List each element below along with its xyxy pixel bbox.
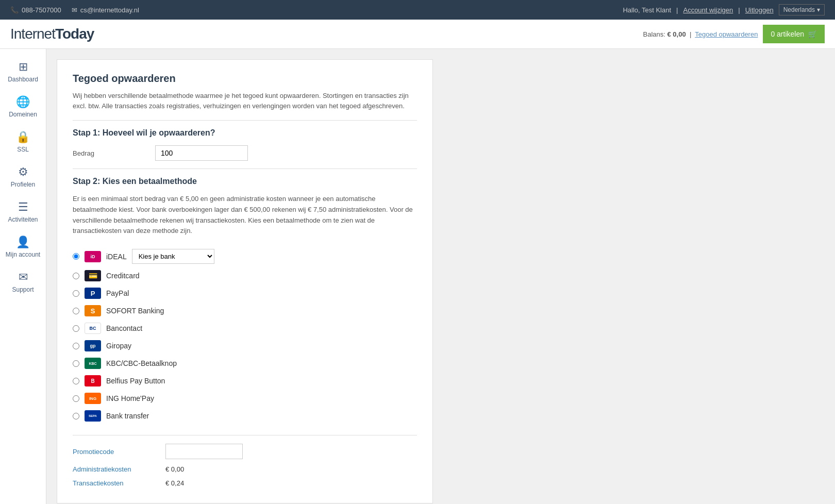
radio-sepa[interactable] — [73, 413, 79, 419]
sidebar-item-activiteiten[interactable]: ☰ Activiteiten — [0, 194, 46, 229]
phone-info: 📞 088-7507000 — [10, 6, 61, 14]
radio-ing[interactable] — [73, 395, 79, 402]
sidebar-item-dashboard[interactable]: ⊞ Dashboard — [0, 54, 46, 89]
admin-costs-row: Administratiekosten € 0,00 — [73, 462, 417, 476]
balance-label: Balans: — [643, 30, 665, 38]
admin-costs-value: € 0,00 — [165, 465, 184, 473]
balance-info: Balans: € 0,00 | Tegoed opwaarderen — [643, 30, 758, 38]
header-right: Balans: € 0,00 | Tegoed opwaarderen 0 ar… — [643, 25, 825, 43]
layout: ⊞ Dashboard 🌐 Domeinen 🔒 SSL ⚙ Profielen… — [0, 49, 835, 504]
paypal-label: PayPal — [106, 289, 129, 297]
amount-label: Bedrag — [73, 149, 155, 157]
main-content: Tegoed opwaarderen Wij hebben verschille… — [46, 49, 835, 504]
transaction-costs-value: € 0,24 — [165, 479, 184, 487]
kbc-icon: KBC — [85, 358, 101, 369]
payment-method-belfius: B Belfius Pay Button — [73, 372, 417, 390]
profielen-icon: ⚙ — [18, 165, 28, 179]
radio-creditcard[interactable] — [73, 273, 79, 279]
payment-method-paypal: P PayPal — [73, 284, 417, 302]
content-box: Tegoed opwaarderen Wij hebben verschille… — [57, 59, 433, 503]
payment-method-giropay: gp Giropay — [73, 337, 417, 355]
topup-link[interactable]: Tegoed opwaarderen — [695, 30, 758, 38]
ideal-label: iDEAL — [106, 253, 127, 261]
phone-icon: 📞 — [10, 6, 19, 14]
giropay-label: Giropay — [106, 342, 131, 350]
cart-icon: 🛒 — [808, 30, 817, 38]
transaction-costs-row: Transactiekosten € 0,24 — [73, 476, 417, 490]
mijn-account-icon: 👤 — [16, 236, 30, 249]
intro-text: Wij hebben verschillende betaalmethode w… — [73, 91, 417, 111]
payment-methods-list: iD iDEAL Kies je bank ABN AMRO ING Rabob… — [73, 246, 417, 425]
transaction-costs-label: Transactiekosten — [73, 479, 165, 487]
cart-button[interactable]: 0 artikelen 🛒 — [763, 25, 825, 43]
amount-row: Bedrag — [73, 145, 417, 161]
bank-select[interactable]: Kies je bank ABN AMRO ING Rabobank — [132, 249, 214, 264]
language-button[interactable]: Nederlands ▾ — [779, 4, 825, 15]
separator: | — [676, 6, 678, 14]
radio-paypal[interactable] — [73, 290, 79, 297]
amount-input[interactable] — [155, 145, 248, 161]
divider2 — [73, 169, 417, 169]
logo: InternetToday — [10, 26, 94, 42]
sidebar-label-domeinen: Domeinen — [9, 111, 37, 118]
sofort-label: SOFORT Banking — [106, 307, 164, 315]
sidebar-item-domeinen[interactable]: 🌐 Domeinen — [0, 89, 46, 124]
ssl-icon: 🔒 — [16, 130, 30, 144]
divider1 — [73, 120, 417, 121]
radio-sofort[interactable] — [73, 308, 79, 314]
radio-kbc[interactable] — [73, 360, 79, 367]
sidebar-item-profielen[interactable]: ⚙ Profielen — [0, 159, 46, 194]
radio-giropay[interactable] — [73, 343, 79, 349]
email-info: ✉ cs@internettoday.nl — [72, 6, 139, 14]
payment-method-creditcard: 💳 Creditcard — [73, 267, 417, 284]
language-label: Nederlands — [783, 6, 815, 13]
creditcard-icon: 💳 — [85, 270, 101, 281]
activiteiten-icon: ☰ — [18, 200, 28, 214]
radio-ideal[interactable] — [73, 253, 79, 260]
cart-label: 0 artikelen — [771, 30, 804, 38]
email-address: cs@internettoday.nl — [80, 6, 139, 14]
header: InternetToday Balans: € 0,00 | Tegoed op… — [0, 20, 835, 49]
account-wijzigen-link[interactable]: Account wijzigen — [683, 6, 733, 14]
payment-method-bancontact: BC Bancontact — [73, 320, 417, 337]
sidebar-item-mijn-account[interactable]: 👤 Mijn account — [0, 229, 46, 264]
payment-method-ideal: iD iDEAL Kies je bank ABN AMRO ING Rabob… — [73, 246, 417, 267]
payment-method-sepa: SEPA Bank transfer — [73, 407, 417, 425]
creditcard-label: Creditcard — [106, 272, 140, 280]
promo-input[interactable] — [165, 444, 243, 459]
bancontact-label: Bancontact — [106, 324, 142, 332]
giropay-icon: gp — [85, 340, 101, 351]
sidebar-label-mijn-account: Mijn account — [6, 251, 40, 258]
paypal-icon: P — [85, 288, 101, 299]
radio-bancontact[interactable] — [73, 325, 79, 332]
uitloggen-link[interactable]: Uitloggen — [745, 6, 774, 14]
greeting-text: Hallo, Test Klant — [623, 6, 671, 14]
step2-title: Stap 2: Kies een betaalmethode — [73, 177, 417, 186]
chevron-down-icon: ▾ — [817, 6, 820, 13]
sepa-icon: SEPA — [85, 410, 101, 422]
sidebar-item-support[interactable]: ✉ Support — [0, 264, 46, 299]
support-icon: ✉ — [19, 271, 28, 284]
admin-costs-label: Administratiekosten — [73, 465, 165, 473]
payment-info-text: Er is een minimaal stort bedrag van € 5,… — [73, 194, 417, 237]
belfius-icon: B — [85, 375, 101, 387]
bancontact-icon: BC — [85, 323, 101, 334]
domeinen-icon: 🌐 — [16, 95, 30, 109]
sidebar: ⊞ Dashboard 🌐 Domeinen 🔒 SSL ⚙ Profielen… — [0, 49, 46, 504]
sepa-label: Bank transfer — [106, 412, 149, 420]
radio-belfius[interactable] — [73, 378, 79, 384]
ing-icon: ING — [85, 393, 101, 404]
step1-title: Stap 1: Hoeveel wil je opwaarderen? — [73, 128, 417, 138]
phone-number: 088-7507000 — [22, 6, 61, 14]
sidebar-item-ssl[interactable]: 🔒 SSL — [0, 124, 46, 159]
kbc-label: KBC/CBC-Betaalknop — [106, 359, 177, 367]
topbar-left: 📞 088-7507000 ✉ cs@internettoday.nl — [10, 6, 139, 14]
payment-method-sofort: S SOFORT Banking — [73, 302, 417, 320]
topbar-right: Hallo, Test Klant | Account wijzigen | U… — [623, 4, 825, 15]
sidebar-label-dashboard: Dashboard — [8, 76, 38, 83]
belfius-label: Belfius Pay Button — [106, 377, 165, 385]
sofort-icon: S — [85, 305, 101, 316]
sidebar-label-support: Support — [12, 286, 34, 293]
separator2: | — [738, 6, 740, 14]
payment-method-ing: ING ING Home'Pay — [73, 390, 417, 407]
